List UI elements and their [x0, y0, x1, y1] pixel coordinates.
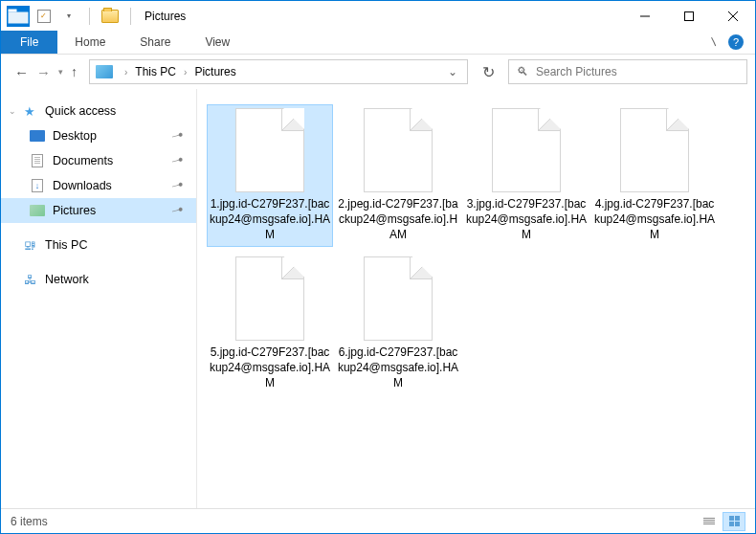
file-explorer-window: ✓ ▾ Pictures File Home Share View 〵 ? ← … [0, 0, 756, 534]
file-tab[interactable]: File [1, 31, 57, 54]
sidebar-item-desktop[interactable]: Desktop 📍︎ [1, 123, 196, 148]
file-item[interactable]: 4.jpg.id-C279F237.[backup24@msgsafe.io].… [591, 104, 718, 247]
document-icon [30, 154, 45, 167]
sidebar-label: Quick access [45, 104, 116, 118]
statusbar: 6 items [1, 508, 755, 533]
sidebar-label: Downloads [53, 179, 112, 192]
sidebar-label: This PC [45, 238, 87, 252]
navigation-pane: ⌄ ★ Quick access Desktop 📍︎ Documents 📍︎… [1, 89, 197, 508]
file-icon [492, 108, 561, 192]
window-title: Pictures [145, 10, 186, 23]
file-name: 4.jpg.id-C279F237.[backup24@msgsafe.io].… [593, 196, 716, 243]
file-grid: 1.jpg.id-C279F237.[backup24@msgsafe.io].… [207, 104, 745, 394]
sidebar-this-pc[interactable]: 🖳 This PC [1, 233, 196, 257]
ribbon-right: 〵 ? [709, 31, 755, 54]
tab-view[interactable]: View [188, 31, 247, 54]
ribbon: File Home Share View 〵 ? [1, 31, 755, 55]
search-input[interactable]: 🔍︎ Search Pictures [508, 59, 747, 84]
nav-arrows: ← → ▾ ↑ [9, 64, 83, 80]
tab-home[interactable]: Home [57, 31, 122, 54]
window-folder-icon [100, 6, 121, 27]
view-switcher [698, 512, 745, 531]
downloads-icon: ↓ [30, 179, 45, 192]
file-item[interactable]: 1.jpg.id-C279F237.[backup24@msgsafe.io].… [207, 104, 333, 247]
location-icon [96, 65, 113, 78]
sidebar-label: Pictures [53, 204, 96, 217]
body: ⌄ ★ Quick access Desktop 📍︎ Documents 📍︎… [1, 89, 755, 508]
search-icon: 🔍︎ [517, 65, 528, 78]
file-name: 1.jpg.id-C279F237.[backup24@msgsafe.io].… [209, 196, 331, 243]
addressbar[interactable]: › This PC › Pictures ⌄ [89, 59, 468, 84]
file-item[interactable]: 3.jpg.id-C279F237.[backup24@msgsafe.io].… [463, 104, 589, 247]
grid-icon [729, 516, 740, 526]
tab-share[interactable]: Share [122, 31, 188, 54]
details-view-button[interactable] [698, 512, 721, 531]
file-item[interactable]: 2.jpeg.id-C279F237.[backup24@msgsafe.io]… [335, 104, 461, 247]
file-name: 2.jpeg.id-C279F237.[backup24@msgsafe.io]… [337, 196, 459, 243]
help-icon[interactable]: ? [728, 34, 744, 50]
maximize-button[interactable] [667, 2, 711, 31]
forward-button[interactable]: → [36, 64, 51, 80]
file-name: 5.jpg.id-C279F237.[backup24@msgsafe.io].… [209, 345, 331, 391]
svg-rect-3 [685, 11, 694, 20]
minimize-button[interactable] [623, 2, 667, 31]
sidebar-label: Network [45, 273, 89, 286]
chevron-right-icon[interactable]: › [180, 67, 190, 78]
address-dropdown-icon[interactable]: ⌄ [440, 65, 465, 78]
sidebar-label: Desktop [53, 129, 97, 143]
sidebar-item-pictures[interactable]: Pictures 📍︎ [1, 198, 196, 223]
file-icon [364, 256, 433, 341]
list-icon [703, 518, 715, 524]
pin-icon: 📍︎ [168, 177, 185, 194]
file-icon [620, 108, 689, 192]
breadcrumb-segment[interactable]: Pictures [194, 65, 235, 78]
chevron-right-icon[interactable]: › [121, 67, 131, 78]
ribbon-collapse-icon[interactable]: 〵 [709, 37, 719, 48]
divider [130, 8, 131, 25]
desktop-icon [30, 129, 45, 143]
recent-dropdown-icon[interactable]: ▾ [58, 67, 63, 77]
svg-rect-1 [9, 9, 17, 11]
file-icon [364, 108, 433, 192]
back-button[interactable]: ← [14, 64, 29, 80]
sidebar-quick-access[interactable]: ⌄ ★ Quick access [1, 99, 196, 123]
search-placeholder: Search Pictures [536, 65, 617, 78]
breadcrumb-segment[interactable]: This PC [135, 65, 176, 78]
pin-icon: 📍︎ [168, 202, 185, 219]
titlebar: ✓ ▾ Pictures [1, 1, 755, 31]
divider [89, 8, 90, 25]
file-name: 3.jpg.id-C279F237.[backup24@msgsafe.io].… [465, 196, 588, 243]
pin-icon: 📍︎ [168, 127, 185, 145]
file-item[interactable]: 5.jpg.id-C279F237.[backup24@msgsafe.io].… [207, 253, 333, 395]
item-count: 6 items [11, 515, 48, 528]
file-item[interactable]: 6.jpg.id-C279F237.[backup24@msgsafe.io].… [335, 253, 461, 395]
sidebar-item-downloads[interactable]: ↓ Downloads 📍︎ [1, 173, 196, 198]
qat-caret-icon[interactable]: ▾ [58, 6, 79, 27]
file-view[interactable]: 1.jpg.id-C279F237.[backup24@msgsafe.io].… [197, 89, 755, 508]
file-icon [235, 108, 304, 192]
pin-icon: 📍︎ [168, 152, 185, 169]
star-icon: ★ [22, 104, 37, 118]
thumbnails-view-button[interactable] [723, 512, 745, 531]
expand-icon[interactable]: ⌄ [9, 106, 16, 116]
file-name: 6.jpg.id-C279F237.[backup24@msgsafe.io].… [337, 345, 459, 391]
qat: ✓ ▾ Pictures [1, 6, 186, 27]
close-button[interactable] [711, 2, 755, 31]
svg-rect-0 [9, 11, 29, 23]
network-icon: 🖧 [22, 273, 37, 286]
navbar: ← → ▾ ↑ › This PC › Pictures ⌄ ↻ 🔍︎ Sear… [1, 55, 755, 89]
file-icon [235, 256, 304, 341]
up-button[interactable]: ↑ [71, 64, 78, 79]
window-controls [623, 2, 755, 31]
pc-icon: 🖳 [22, 238, 37, 252]
qat-properties-icon[interactable]: ✓ [33, 6, 55, 27]
sidebar-network[interactable]: 🖧 Network [1, 267, 196, 292]
refresh-button[interactable]: ↻ [474, 59, 502, 84]
sidebar-item-documents[interactable]: Documents 📍︎ [1, 148, 196, 173]
sidebar-label: Documents [53, 154, 113, 167]
pictures-icon [30, 204, 45, 217]
app-icon[interactable] [7, 6, 30, 27]
